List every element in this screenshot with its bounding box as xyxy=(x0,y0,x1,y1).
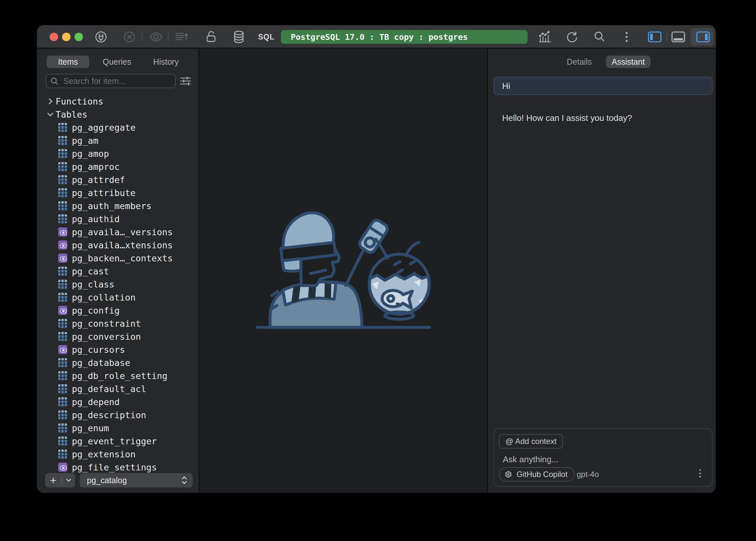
add-context-button[interactable]: @ Add context xyxy=(499,434,563,448)
disconnect-icon[interactable] xyxy=(123,25,136,48)
view-icon xyxy=(58,345,67,354)
toolbar-divider xyxy=(142,32,143,42)
main-content xyxy=(199,49,487,493)
composer-kebab-icon[interactable] xyxy=(694,467,706,480)
connection-badge[interactable]: PostgreSQL 17.0 : TB copy : postgres xyxy=(281,30,528,44)
lock-open-icon[interactable] xyxy=(205,25,218,48)
tree-item[interactable]: pg_constraint xyxy=(37,317,199,330)
tree-item[interactable]: pg_config xyxy=(37,304,199,317)
tree-item[interactable]: pg_class xyxy=(37,278,199,291)
table-icon xyxy=(58,293,67,302)
tree-item[interactable]: Functions xyxy=(37,95,199,108)
tree-item[interactable]: pg_amproc xyxy=(37,160,199,173)
sidebar-tree: Functions Tables pg_aggregate xyxy=(37,95,199,472)
tree-item[interactable]: pg_cursors xyxy=(37,343,199,356)
view-icon xyxy=(58,463,67,472)
add-item-split-button[interactable]: + xyxy=(45,473,75,487)
view-icon xyxy=(58,228,67,237)
user-message-bubble: Hi xyxy=(494,77,713,95)
close-button[interactable] xyxy=(50,33,58,41)
rightpanel-tabs: Details Assistant xyxy=(488,56,715,68)
plus-icon[interactable]: + xyxy=(45,474,61,487)
tree-item[interactable]: pg_enum xyxy=(37,421,199,434)
table-icon xyxy=(58,149,67,158)
left-panel-toggle-icon[interactable] xyxy=(646,25,663,48)
provider-button[interactable]: GitHub Copilot xyxy=(499,467,575,482)
log-export-icon[interactable] xyxy=(175,25,190,48)
minimize-button[interactable] xyxy=(62,33,71,41)
table-icon xyxy=(58,201,67,211)
mascot-illustration xyxy=(252,206,434,336)
assistant-panel: Details Assistant Hi Hello! How can I as… xyxy=(488,49,715,493)
zoom-button[interactable] xyxy=(75,33,83,41)
tree-item[interactable]: pg_authid xyxy=(37,212,199,226)
composer: @ Add context Ask anything... GitHub Cop… xyxy=(494,428,713,487)
tree-item[interactable]: pg_aggregate xyxy=(37,121,199,134)
chevron-icon[interactable] xyxy=(46,97,54,105)
tab-details[interactable]: Details xyxy=(562,56,596,68)
right-panel-toggle-icon[interactable] xyxy=(695,25,712,48)
refresh-icon[interactable] xyxy=(565,25,579,48)
tree-item[interactable]: pg_attrdef xyxy=(37,173,199,186)
tab-queries[interactable]: Queries xyxy=(98,56,136,68)
table-icon xyxy=(58,214,67,224)
toolbar-divider xyxy=(666,32,667,42)
table-icon xyxy=(58,162,67,171)
tree-item[interactable]: pg_availa…_versions xyxy=(37,226,199,239)
preview-eye-icon[interactable] xyxy=(149,25,163,48)
tree-item[interactable]: pg_availa…xtensions xyxy=(37,239,199,252)
table-icon xyxy=(58,188,67,197)
tree-item[interactable]: pg_file_settings xyxy=(37,461,199,472)
tree-item[interactable]: pg_attribute xyxy=(37,186,199,199)
table-icon xyxy=(58,123,67,132)
tree-item[interactable]: pg_conversion xyxy=(37,330,199,343)
composer-input[interactable]: Ask anything... xyxy=(503,454,559,465)
table-icon xyxy=(58,436,67,446)
tree-item[interactable]: Tables xyxy=(37,108,199,121)
tab-assistant[interactable]: Assistant xyxy=(606,56,650,68)
bottom-panel-toggle-icon[interactable] xyxy=(670,25,687,48)
tree-item[interactable]: pg_collation xyxy=(37,291,199,304)
tree-item[interactable]: pg_default_acl xyxy=(37,382,199,395)
schema-select-value: pg_catalog xyxy=(87,476,181,485)
model-label: gpt-4o xyxy=(577,470,599,479)
openai-logo-icon xyxy=(504,470,512,479)
traffic-lights xyxy=(50,33,83,41)
table-icon xyxy=(58,449,67,459)
tree-item[interactable]: pg_description xyxy=(37,408,199,421)
assistant-message: Hello! How can I assist you today? xyxy=(502,112,705,124)
sidebar: Items Queries History xyxy=(37,49,199,493)
table-icon xyxy=(58,397,67,406)
tree-item[interactable]: pg_database xyxy=(37,356,199,369)
tree-item[interactable]: pg_backen…_contexts xyxy=(37,252,199,265)
filter-sliders-icon[interactable] xyxy=(179,75,192,87)
tree-item[interactable]: pg_event_trigger xyxy=(37,434,199,448)
search-input[interactable] xyxy=(46,74,176,88)
tree-item[interactable]: pg_db_role_setting xyxy=(37,369,199,382)
table-icon xyxy=(58,358,67,367)
tree-item[interactable]: pg_cast xyxy=(37,265,199,278)
tree-item[interactable]: pg_depend xyxy=(37,395,199,408)
tab-history[interactable]: History xyxy=(147,56,185,68)
tree-item[interactable]: pg_auth_members xyxy=(37,199,199,212)
search-icon[interactable] xyxy=(593,25,606,48)
tree-item[interactable]: pg_extension xyxy=(37,448,199,461)
titlebar: SQL PostgreSQL 17.0 : TB copy : postgres xyxy=(37,25,715,48)
chart-icon[interactable] xyxy=(537,25,553,48)
kebab-menu-icon[interactable] xyxy=(621,25,632,48)
add-item-chevron-down-icon[interactable] xyxy=(62,478,75,482)
toolbar-divider xyxy=(168,32,169,42)
connect-plug-icon[interactable] xyxy=(94,25,108,48)
table-icon xyxy=(58,423,67,432)
chevron-icon[interactable] xyxy=(46,110,54,118)
tree-item[interactable]: pg_amop xyxy=(37,147,199,160)
tree-item[interactable]: pg_am xyxy=(37,134,199,147)
tab-items[interactable]: Items xyxy=(47,56,89,68)
schema-select[interactable]: pg_catalog xyxy=(80,473,193,487)
table-icon xyxy=(58,279,67,289)
table-icon xyxy=(58,319,67,328)
table-icon xyxy=(58,332,67,341)
sidebar-tabs: Items Queries History xyxy=(37,56,199,68)
sql-mode-label[interactable]: SQL xyxy=(258,25,275,48)
database-icon[interactable] xyxy=(232,25,246,48)
